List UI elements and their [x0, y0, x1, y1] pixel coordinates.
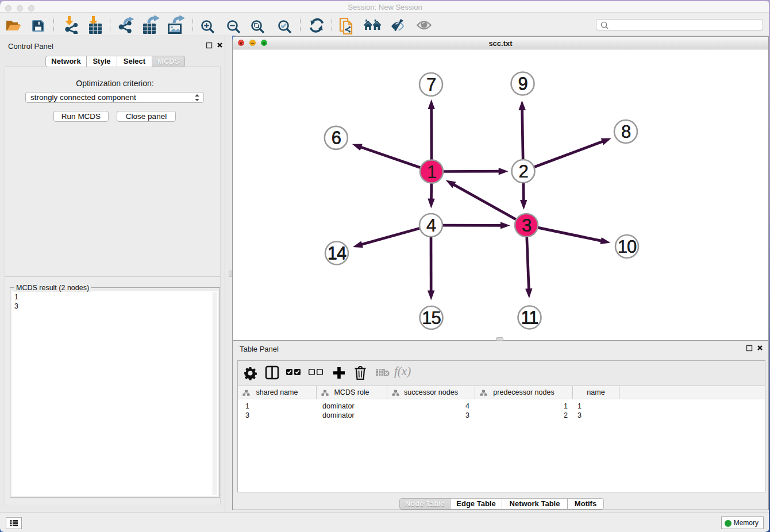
svg-text:10: 10: [618, 237, 637, 257]
svg-text:3: 3: [522, 215, 531, 236]
svg-text:9: 9: [518, 74, 527, 94]
svg-text:15: 15: [422, 308, 440, 328]
svg-text:14: 14: [328, 243, 346, 263]
svg-text:6: 6: [332, 128, 341, 148]
svg-text:2: 2: [518, 161, 528, 182]
svg-text:4: 4: [426, 215, 436, 236]
svg-text:8: 8: [621, 122, 630, 142]
svg-text:11: 11: [521, 307, 538, 327]
svg-text:1: 1: [427, 162, 436, 182]
svg-text:7: 7: [426, 75, 436, 95]
